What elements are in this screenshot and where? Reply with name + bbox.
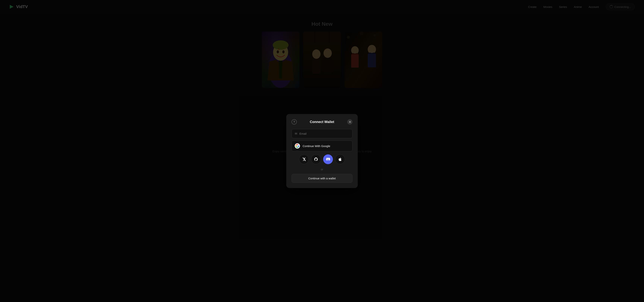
github-social-button[interactable] xyxy=(311,154,321,164)
google-button-label: Continue With Google xyxy=(303,145,330,148)
discord-social-button[interactable] xyxy=(323,154,333,164)
x-icon xyxy=(302,157,306,161)
or-divider: or xyxy=(292,168,352,171)
modal-header: ? Connect Wallet ✕ xyxy=(292,119,352,125)
email-input[interactable] xyxy=(300,132,349,135)
social-buttons-row xyxy=(292,154,352,164)
email-input-wrapper[interactable]: ✉ xyxy=(292,129,352,138)
connect-wallet-modal: ? Connect Wallet ✕ ✉ Continue With Googl… xyxy=(286,114,358,188)
google-sign-in-button[interactable]: Continue With Google xyxy=(292,141,352,151)
google-icon xyxy=(295,143,300,149)
x-social-button[interactable] xyxy=(299,154,309,164)
modal-help-button[interactable]: ? xyxy=(292,119,297,125)
discord-icon xyxy=(326,157,330,161)
modal-close-button[interactable]: ✕ xyxy=(347,119,352,125)
github-icon xyxy=(314,157,318,161)
modal-title: Connect Wallet xyxy=(297,120,347,124)
apple-icon xyxy=(338,157,342,161)
email-icon: ✉ xyxy=(295,132,297,136)
wallet-button[interactable]: Continue with a wallet xyxy=(292,174,352,183)
modal-overlay[interactable]: ? Connect Wallet ✕ ✉ Continue With Googl… xyxy=(0,0,644,302)
apple-social-button[interactable] xyxy=(335,154,345,164)
